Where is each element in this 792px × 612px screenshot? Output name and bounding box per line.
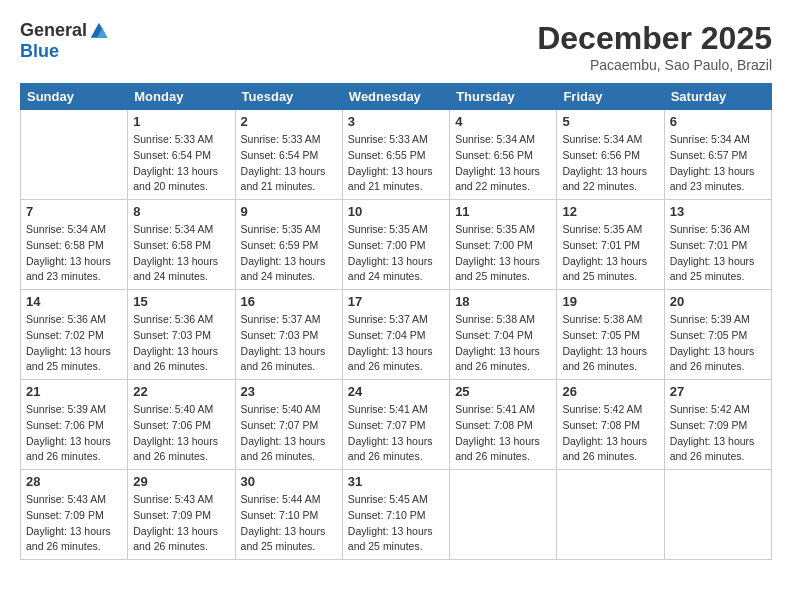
weekday-header-thursday: Thursday — [450, 84, 557, 110]
week-row-1: 1Sunrise: 5:33 AM Sunset: 6:54 PM Daylig… — [21, 110, 772, 200]
day-number: 17 — [348, 294, 444, 309]
day-cell: 7Sunrise: 5:34 AM Sunset: 6:58 PM Daylig… — [21, 200, 128, 290]
day-info: Sunrise: 5:43 AM Sunset: 7:09 PM Dayligh… — [26, 492, 122, 555]
day-cell: 11Sunrise: 5:35 AM Sunset: 7:00 PM Dayli… — [450, 200, 557, 290]
location: Pacaembu, Sao Paulo, Brazil — [537, 57, 772, 73]
day-info: Sunrise: 5:34 AM Sunset: 6:57 PM Dayligh… — [670, 132, 766, 195]
title-block: December 2025 Pacaembu, Sao Paulo, Brazi… — [537, 20, 772, 73]
day-cell: 23Sunrise: 5:40 AM Sunset: 7:07 PM Dayli… — [235, 380, 342, 470]
day-number: 12 — [562, 204, 658, 219]
day-cell: 19Sunrise: 5:38 AM Sunset: 7:05 PM Dayli… — [557, 290, 664, 380]
day-info: Sunrise: 5:39 AM Sunset: 7:05 PM Dayligh… — [670, 312, 766, 375]
day-number: 13 — [670, 204, 766, 219]
day-cell: 8Sunrise: 5:34 AM Sunset: 6:58 PM Daylig… — [128, 200, 235, 290]
day-cell: 3Sunrise: 5:33 AM Sunset: 6:55 PM Daylig… — [342, 110, 449, 200]
day-cell: 4Sunrise: 5:34 AM Sunset: 6:56 PM Daylig… — [450, 110, 557, 200]
day-info: Sunrise: 5:41 AM Sunset: 7:07 PM Dayligh… — [348, 402, 444, 465]
week-row-2: 7Sunrise: 5:34 AM Sunset: 6:58 PM Daylig… — [21, 200, 772, 290]
day-number: 21 — [26, 384, 122, 399]
day-number: 19 — [562, 294, 658, 309]
day-info: Sunrise: 5:38 AM Sunset: 7:04 PM Dayligh… — [455, 312, 551, 375]
day-info: Sunrise: 5:34 AM Sunset: 6:56 PM Dayligh… — [562, 132, 658, 195]
day-number: 6 — [670, 114, 766, 129]
day-cell: 17Sunrise: 5:37 AM Sunset: 7:04 PM Dayli… — [342, 290, 449, 380]
day-info: Sunrise: 5:36 AM Sunset: 7:03 PM Dayligh… — [133, 312, 229, 375]
day-info: Sunrise: 5:35 AM Sunset: 6:59 PM Dayligh… — [241, 222, 337, 285]
weekday-header-tuesday: Tuesday — [235, 84, 342, 110]
month-title: December 2025 — [537, 20, 772, 57]
day-number: 28 — [26, 474, 122, 489]
day-number: 3 — [348, 114, 444, 129]
day-cell: 22Sunrise: 5:40 AM Sunset: 7:06 PM Dayli… — [128, 380, 235, 470]
logo-general: General — [20, 20, 87, 41]
day-cell: 12Sunrise: 5:35 AM Sunset: 7:01 PM Dayli… — [557, 200, 664, 290]
day-number: 1 — [133, 114, 229, 129]
day-cell: 14Sunrise: 5:36 AM Sunset: 7:02 PM Dayli… — [21, 290, 128, 380]
day-cell: 26Sunrise: 5:42 AM Sunset: 7:08 PM Dayli… — [557, 380, 664, 470]
day-info: Sunrise: 5:33 AM Sunset: 6:54 PM Dayligh… — [241, 132, 337, 195]
weekday-header-wednesday: Wednesday — [342, 84, 449, 110]
day-cell: 20Sunrise: 5:39 AM Sunset: 7:05 PM Dayli… — [664, 290, 771, 380]
weekday-header-friday: Friday — [557, 84, 664, 110]
weekday-header-monday: Monday — [128, 84, 235, 110]
day-cell: 1Sunrise: 5:33 AM Sunset: 6:54 PM Daylig… — [128, 110, 235, 200]
day-info: Sunrise: 5:35 AM Sunset: 7:00 PM Dayligh… — [348, 222, 444, 285]
day-number: 29 — [133, 474, 229, 489]
day-number: 10 — [348, 204, 444, 219]
day-number: 8 — [133, 204, 229, 219]
week-row-5: 28Sunrise: 5:43 AM Sunset: 7:09 PM Dayli… — [21, 470, 772, 560]
day-number: 5 — [562, 114, 658, 129]
day-cell: 9Sunrise: 5:35 AM Sunset: 6:59 PM Daylig… — [235, 200, 342, 290]
day-number: 15 — [133, 294, 229, 309]
day-cell: 28Sunrise: 5:43 AM Sunset: 7:09 PM Dayli… — [21, 470, 128, 560]
day-info: Sunrise: 5:34 AM Sunset: 6:58 PM Dayligh… — [133, 222, 229, 285]
day-number: 24 — [348, 384, 444, 399]
day-number: 4 — [455, 114, 551, 129]
day-number: 26 — [562, 384, 658, 399]
day-info: Sunrise: 5:35 AM Sunset: 7:00 PM Dayligh… — [455, 222, 551, 285]
day-number: 25 — [455, 384, 551, 399]
day-cell: 13Sunrise: 5:36 AM Sunset: 7:01 PM Dayli… — [664, 200, 771, 290]
day-number: 31 — [348, 474, 444, 489]
day-number: 18 — [455, 294, 551, 309]
day-info: Sunrise: 5:34 AM Sunset: 6:58 PM Dayligh… — [26, 222, 122, 285]
day-info: Sunrise: 5:33 AM Sunset: 6:54 PM Dayligh… — [133, 132, 229, 195]
day-cell: 24Sunrise: 5:41 AM Sunset: 7:07 PM Dayli… — [342, 380, 449, 470]
logo-icon — [89, 21, 109, 41]
weekday-header-sunday: Sunday — [21, 84, 128, 110]
day-cell: 31Sunrise: 5:45 AM Sunset: 7:10 PM Dayli… — [342, 470, 449, 560]
day-info: Sunrise: 5:40 AM Sunset: 7:06 PM Dayligh… — [133, 402, 229, 465]
day-cell — [450, 470, 557, 560]
day-number: 20 — [670, 294, 766, 309]
day-cell: 29Sunrise: 5:43 AM Sunset: 7:09 PM Dayli… — [128, 470, 235, 560]
day-cell: 2Sunrise: 5:33 AM Sunset: 6:54 PM Daylig… — [235, 110, 342, 200]
weekday-header-row: SundayMondayTuesdayWednesdayThursdayFrid… — [21, 84, 772, 110]
day-info: Sunrise: 5:36 AM Sunset: 7:01 PM Dayligh… — [670, 222, 766, 285]
day-number: 14 — [26, 294, 122, 309]
week-row-4: 21Sunrise: 5:39 AM Sunset: 7:06 PM Dayli… — [21, 380, 772, 470]
day-info: Sunrise: 5:45 AM Sunset: 7:10 PM Dayligh… — [348, 492, 444, 555]
day-cell: 15Sunrise: 5:36 AM Sunset: 7:03 PM Dayli… — [128, 290, 235, 380]
weekday-header-saturday: Saturday — [664, 84, 771, 110]
day-info: Sunrise: 5:44 AM Sunset: 7:10 PM Dayligh… — [241, 492, 337, 555]
day-cell — [557, 470, 664, 560]
day-info: Sunrise: 5:36 AM Sunset: 7:02 PM Dayligh… — [26, 312, 122, 375]
day-info: Sunrise: 5:34 AM Sunset: 6:56 PM Dayligh… — [455, 132, 551, 195]
day-number: 9 — [241, 204, 337, 219]
day-info: Sunrise: 5:40 AM Sunset: 7:07 PM Dayligh… — [241, 402, 337, 465]
logo: General Blue — [20, 20, 109, 62]
day-number: 30 — [241, 474, 337, 489]
page-header: General Blue December 2025 Pacaembu, Sao… — [20, 20, 772, 73]
logo-blue: Blue — [20, 41, 59, 62]
day-info: Sunrise: 5:38 AM Sunset: 7:05 PM Dayligh… — [562, 312, 658, 375]
day-number: 27 — [670, 384, 766, 399]
day-number: 11 — [455, 204, 551, 219]
day-info: Sunrise: 5:35 AM Sunset: 7:01 PM Dayligh… — [562, 222, 658, 285]
day-cell: 27Sunrise: 5:42 AM Sunset: 7:09 PM Dayli… — [664, 380, 771, 470]
day-cell: 18Sunrise: 5:38 AM Sunset: 7:04 PM Dayli… — [450, 290, 557, 380]
day-cell: 16Sunrise: 5:37 AM Sunset: 7:03 PM Dayli… — [235, 290, 342, 380]
day-info: Sunrise: 5:41 AM Sunset: 7:08 PM Dayligh… — [455, 402, 551, 465]
week-row-3: 14Sunrise: 5:36 AM Sunset: 7:02 PM Dayli… — [21, 290, 772, 380]
day-cell: 25Sunrise: 5:41 AM Sunset: 7:08 PM Dayli… — [450, 380, 557, 470]
day-info: Sunrise: 5:43 AM Sunset: 7:09 PM Dayligh… — [133, 492, 229, 555]
